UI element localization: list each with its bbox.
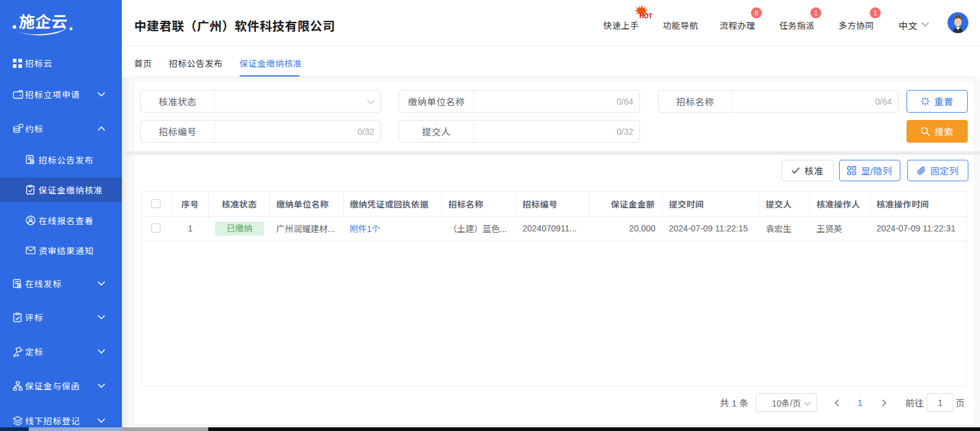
svg-text:HOT: HOT bbox=[639, 13, 652, 20]
